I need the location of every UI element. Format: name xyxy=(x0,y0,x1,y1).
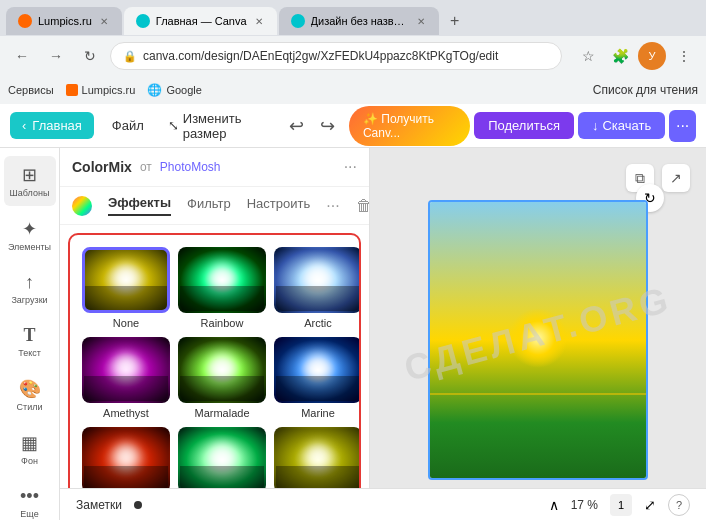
bookmark-lumpics[interactable]: Lumpics.ru xyxy=(66,84,136,96)
forward-button[interactable]: → xyxy=(42,42,70,70)
url-bar[interactable]: 🔒 canva.com/design/DAEnEqtj2gw/XzFEDkU4p… xyxy=(110,42,562,70)
tab-canva-home[interactable]: Главная — Canva ✕ xyxy=(124,7,277,35)
filter-thumb-parakeet[interactable] xyxy=(178,427,266,493)
panel-subtitle-link[interactable]: PhotoMosh xyxy=(160,160,221,174)
elements-icon: ✦ xyxy=(22,218,37,240)
share-canvas-button[interactable]: ↗ xyxy=(662,164,690,192)
sidebar-item-templates[interactable]: ⊞ Шаблоны xyxy=(4,156,56,206)
filter-thumb-arctic[interactable] xyxy=(274,247,359,313)
tab-label-design: Дизайн без названия — 1481 xyxy=(311,15,409,27)
panel-subtitle-prefix: от xyxy=(140,160,152,174)
filter-label-marine: Marine xyxy=(301,407,335,419)
more-icon: ··· xyxy=(676,117,689,135)
back-home-label: Главная xyxy=(32,118,81,133)
filter-thumb-sangria[interactable] xyxy=(82,427,170,493)
back-home-button[interactable]: ‹ Главная xyxy=(10,112,94,139)
tab-bar: Lumpics.ru ✕ Главная — Canva ✕ Дизайн бе… xyxy=(0,0,706,36)
tab-close-canva-home[interactable]: ✕ xyxy=(253,14,265,29)
effects-panel: ColorMix от PhotoMosh ··· Эффекты Фильтр… xyxy=(60,148,370,520)
sidebar-item-text[interactable]: T Текст xyxy=(4,317,56,366)
sidebar-label-elements: Элементы xyxy=(8,242,51,252)
help-button[interactable]: ? xyxy=(668,494,690,516)
tab-close-lumpics[interactable]: ✕ xyxy=(98,14,110,29)
bookmarks-bar: Сервисы Lumpics.ru 🌐 Google Список для ч… xyxy=(0,76,706,104)
reading-list-button[interactable]: Список для чтения xyxy=(593,83,698,97)
tab-close-design[interactable]: ✕ xyxy=(415,14,427,29)
tab-effects[interactable]: Эффекты xyxy=(108,195,171,216)
filter-item-marmalade[interactable]: Marmalade xyxy=(178,337,266,419)
filter-thumb-glow[interactable] xyxy=(274,427,359,493)
refresh-button[interactable]: ↻ xyxy=(76,42,104,70)
filter-thumb-marine[interactable] xyxy=(274,337,359,403)
tab-label-lumpics: Lumpics.ru xyxy=(38,15,92,27)
browser-menu-icon[interactable]: ⋮ xyxy=(670,42,698,70)
bookmark-services[interactable]: Сервисы xyxy=(8,84,54,96)
sidebar-item-styles[interactable]: 🎨 Стили xyxy=(4,370,56,420)
sidebar-item-uploads[interactable]: ↑ Загрузки xyxy=(4,264,56,313)
get-canva-label: ✨ Получить Canv... xyxy=(363,112,456,140)
zoom-out-button[interactable]: ∧ xyxy=(549,497,559,513)
more-sidebar-icon: ••• xyxy=(20,486,39,507)
resize-button[interactable]: ⤡ Изменить размер xyxy=(158,105,279,147)
file-button[interactable]: Файл xyxy=(102,112,154,139)
sidebar-label-templates: Шаблоны xyxy=(10,188,50,198)
filter-item-amethyst[interactable]: Amethyst xyxy=(82,337,170,419)
browser-chrome: Lumpics.ru ✕ Главная — Canva ✕ Дизайн бе… xyxy=(0,0,706,104)
back-button[interactable]: ← xyxy=(8,42,36,70)
tab-adjust[interactable]: Настроить xyxy=(247,196,311,215)
page-indicator[interactable]: 1 xyxy=(610,494,632,516)
redo-button[interactable]: ↪ xyxy=(314,111,341,141)
filters-grid: None Rainbow Arctic Amethyst Marmalade xyxy=(70,235,359,512)
canvas-image[interactable] xyxy=(428,200,648,480)
filter-item-none[interactable]: None xyxy=(82,247,170,329)
bookmark-star-icon[interactable]: ☆ xyxy=(574,42,602,70)
sidebar-label-more: Еще xyxy=(20,509,38,519)
tab-filter-label: Фильтр xyxy=(187,196,231,211)
get-canva-button[interactable]: ✨ Получить Canv... xyxy=(349,106,470,146)
sidebar-label-background: Фон xyxy=(21,456,38,466)
bookmark-google[interactable]: 🌐 Google xyxy=(147,83,201,97)
more-options-button[interactable]: ··· xyxy=(669,110,696,142)
filter-item-marine[interactable]: Marine xyxy=(274,337,359,419)
filter-thumb-amethyst[interactable] xyxy=(82,337,170,403)
sidebar-label-uploads: Загрузки xyxy=(11,295,47,305)
sidebar-item-more[interactable]: ••• Еще xyxy=(4,478,56,520)
filter-label-amethyst: Amethyst xyxy=(103,407,149,419)
share-button[interactable]: Поделиться xyxy=(474,112,574,139)
filter-thumb-rainbow[interactable] xyxy=(178,247,266,313)
download-label: Скачать xyxy=(602,118,651,133)
tab-label-canva-home: Главная — Canva xyxy=(156,15,247,27)
filter-thumb-marmalade[interactable] xyxy=(178,337,266,403)
extensions-icon[interactable]: 🧩 xyxy=(606,42,634,70)
fullscreen-button[interactable]: ⤢ xyxy=(644,497,656,513)
tab-add-button[interactable]: + xyxy=(441,7,469,35)
filter-thumb-none[interactable] xyxy=(82,247,170,313)
notes-dot xyxy=(134,501,142,509)
tab-filter[interactable]: Фильтр xyxy=(187,196,231,215)
bookmark-lumpics-favicon xyxy=(66,84,78,96)
effects-tab-more[interactable]: ··· xyxy=(326,197,339,215)
undo-button[interactable]: ↩ xyxy=(283,111,310,141)
tab-favicon-lumpics xyxy=(18,14,32,28)
sidebar-item-elements[interactable]: ✦ Элементы xyxy=(4,210,56,260)
download-button[interactable]: ↓ Скачать xyxy=(578,112,665,139)
panel-more-button[interactable]: ··· xyxy=(344,158,357,176)
filter-item-arctic[interactable]: Arctic xyxy=(274,247,359,329)
text-icon: T xyxy=(23,325,35,346)
filter-item-rainbow[interactable]: Rainbow xyxy=(178,247,266,329)
bookmark-services-label: Сервисы xyxy=(8,84,54,96)
tab-design[interactable]: Дизайн без названия — 1481 ✕ xyxy=(279,7,439,35)
profile-icon[interactable]: У xyxy=(638,42,666,70)
zoom-controls: ∧ xyxy=(549,497,559,513)
main-layout: ⊞ Шаблоны ✦ Элементы ↑ Загрузки T Текст … xyxy=(0,148,706,520)
bookmark-lumpics-label: Lumpics.ru xyxy=(82,84,136,96)
effects-tab-icon xyxy=(72,196,92,216)
tab-lumpics[interactable]: Lumpics.ru ✕ xyxy=(6,7,122,35)
tab-favicon-design xyxy=(291,14,305,28)
download-icon: ↓ xyxy=(592,118,599,133)
navigation-bar: ← → ↻ 🔒 canva.com/design/DAEnEqtj2gw/XzF… xyxy=(0,36,706,76)
file-label: Файл xyxy=(112,118,144,133)
sidebar-item-background[interactable]: ▦ Фон xyxy=(4,424,56,474)
trash-icon[interactable]: 🗑 xyxy=(356,197,370,215)
canva-toolbar: ‹ Главная Файл ⤡ Изменить размер ↩ ↪ ✨ П… xyxy=(0,104,706,148)
